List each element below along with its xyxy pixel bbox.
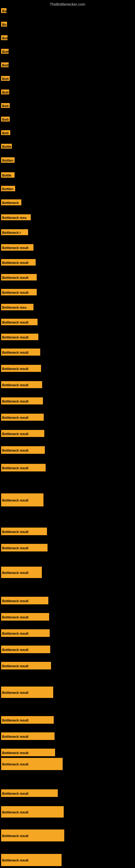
bottleneck-item: Bott (1, 49, 9, 54)
bottleneck-item: Bottleneck result (1, 274, 37, 280)
bottleneck-item: Bott (1, 62, 9, 67)
bottleneck-item: Bott (1, 130, 10, 135)
bottleneck-item: Bottleneck result (1, 758, 63, 770)
bottleneck-item: Bottlen (1, 186, 15, 191)
bottleneck-item: Bottleneck result (1, 613, 49, 621)
bottleneck-item: Bottleneck result (1, 830, 64, 841)
bottleneck-item: Bottleneck result (1, 414, 44, 421)
bottleneck-item: Bottleneck result (1, 365, 41, 372)
bottleneck-item: Bottleneck result (1, 733, 54, 740)
bottleneck-item: Bottleneck result (1, 789, 58, 797)
bottleneck-item: Bottleneck r (1, 229, 28, 235)
bottleneck-item: Bo (1, 8, 6, 13)
bottleneck-item: Bottleneck result (1, 749, 55, 756)
bottleneck-item: Bottleneck result (1, 629, 50, 637)
bottleneck-item: Bott (1, 103, 10, 108)
bottleneck-item: Bottleneck result (1, 334, 38, 340)
bottleneck-item: Bottleneck result (1, 430, 44, 437)
bottleneck-item: Bottleneck result (1, 854, 61, 866)
bottleneck-item: Bott (1, 76, 10, 81)
bottleneck-item: Bottleneck result (1, 446, 45, 454)
bottleneck-item: Bottleneck result (1, 289, 37, 296)
bottleneck-item: Bottle (1, 144, 12, 149)
bottleneck-item: Bott (1, 90, 9, 94)
bottleneck-item: Bottleneck result (1, 646, 50, 653)
bottleneck-item: Bottleneck resu (1, 214, 31, 220)
bottleneck-item: Bottleneck result (1, 244, 34, 251)
bottleneck-item: Bottleneck result (1, 528, 47, 535)
bottleneck-item: Bottleneck (1, 199, 21, 205)
bottleneck-item: Bottleneck result (1, 397, 43, 404)
bottleneck-item: Bottleneck result (1, 597, 48, 604)
bottleneck-item: Bottleneck resu (1, 304, 34, 310)
bottleneck-item: Bottle (1, 172, 14, 178)
bottleneck-item: Bottleneck result (1, 348, 40, 355)
bottleneck-item: Bottleneck result (1, 686, 53, 698)
bottleneck-item: Bott (1, 117, 10, 122)
bottleneck-item: Bottleneck result (1, 259, 36, 266)
bottleneck-item: Bottleneck result (1, 567, 42, 578)
bottleneck-item: Bottlen (1, 157, 14, 163)
bottleneck-item: Bottleneck result (1, 716, 54, 724)
site-title: TheBottlenecker.com (50, 2, 85, 6)
bottleneck-item: Bottleneck result (1, 493, 43, 506)
bottleneck-item: Bot (1, 35, 8, 40)
bottleneck-item: Bottleneck result (1, 464, 46, 471)
bottleneck-item: Bo (1, 22, 7, 27)
bottleneck-item: Bottleneck result (1, 806, 64, 817)
bottleneck-item: Bottleneck result (1, 319, 38, 325)
bottleneck-item: Bottleneck result (1, 381, 42, 388)
bottleneck-item: Bottleneck result (1, 544, 48, 552)
bottleneck-item: Bottleneck result (1, 662, 51, 670)
